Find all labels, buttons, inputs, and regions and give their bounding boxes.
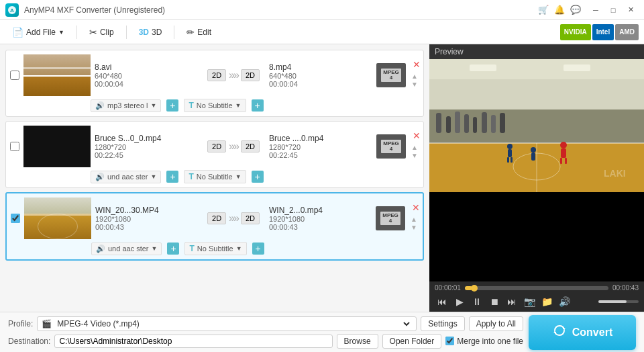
open-folder-dest-button[interactable]: Open Folder: [382, 334, 442, 349]
apply-all-button[interactable]: Apply to All: [469, 316, 523, 331]
settings-button[interactable]: Settings: [421, 316, 464, 331]
add-subtitle-button[interactable]: +: [252, 243, 264, 255]
svg-text:A: A: [10, 7, 14, 13]
file-checkbox[interactable]: [11, 214, 20, 223]
clip-label: Clip: [100, 28, 114, 37]
amd-button[interactable]: AMD: [615, 24, 639, 40]
output-2d-button[interactable]: 2D: [241, 140, 260, 152]
profile-select[interactable]: MPEG-4 Video (*.mp4): [54, 318, 412, 329]
arrow-icon: »»: [229, 140, 238, 152]
audio-icon: 🔊: [95, 101, 105, 110]
add-subtitle-button[interactable]: +: [252, 99, 264, 112]
output-name: 8.mp4: [269, 62, 372, 72]
file-info: Bruce S...0_0.mp4 1280*720 00:22:45: [95, 134, 198, 159]
skip-start-button[interactable]: ⏮: [435, 294, 449, 309]
clip-button[interactable]: ✂ Clip: [83, 24, 121, 40]
profile-format-icon: 🎬: [42, 319, 52, 328]
convert-label: Convert: [572, 326, 612, 339]
file-duration: 00:00:43: [95, 223, 198, 231]
chat-icon[interactable]: 💬: [569, 3, 582, 17]
input-2d-button[interactable]: 2D: [207, 212, 226, 224]
cart-icon[interactable]: 🛒: [537, 3, 550, 17]
add-audio-button[interactable]: +: [166, 99, 178, 112]
play-button[interactable]: ▶: [452, 294, 467, 309]
titlebar-icons: 🛒 🔔 💬: [537, 3, 582, 17]
3d-button[interactable]: 3D 3D: [132, 25, 169, 40]
svg-marker-31: [553, 332, 556, 335]
svg-rect-3: [429, 59, 644, 79]
file-info: WIN_20...30.MP4 1920*1080 00:00:43: [95, 206, 198, 231]
app-logo: A: [5, 3, 19, 17]
file-thumbnail: [24, 197, 91, 239]
move-down-button[interactable]: ▼: [410, 152, 419, 160]
add-file-button[interactable]: 📄 Add File ▼: [5, 24, 71, 40]
move-up-button[interactable]: ▲: [410, 73, 419, 81]
maximize-button[interactable]: □: [605, 3, 621, 17]
screenshot-button[interactable]: 📷: [522, 294, 537, 309]
codec-button[interactable]: MPEG4: [376, 206, 405, 230]
bell-icon[interactable]: 🔔: [553, 3, 566, 17]
intel-button[interactable]: Intel: [592, 24, 614, 40]
output-name: WIN_2...0.mp4: [269, 206, 372, 215]
pause-button[interactable]: ⏸: [470, 294, 484, 309]
destination-input[interactable]: [54, 335, 332, 348]
add-audio-button[interactable]: +: [166, 171, 178, 183]
codec-button[interactable]: MPEG4: [376, 134, 406, 159]
edit-button[interactable]: ✏ Edit: [180, 24, 218, 40]
browse-button[interactable]: Browse: [337, 334, 378, 349]
minimize-button[interactable]: ─: [588, 3, 604, 17]
output-resolution: 1280*720: [269, 143, 372, 151]
remove-file-button[interactable]: ✕: [413, 59, 421, 70]
move-down-button[interactable]: ▼: [410, 81, 419, 89]
nvidia-button[interactable]: NVIDIA: [560, 24, 591, 40]
toolbar: 📄 Add File ▼ ✂ Clip 3D 3D ✏ Edit NVIDIA …: [0, 20, 644, 44]
clip-icon: ✂: [89, 27, 97, 38]
profile-row: Profile: 🎬 MPEG-4 Video (*.mp4) Settings…: [8, 316, 523, 331]
output-2d-button[interactable]: 2D: [241, 212, 260, 224]
convert-button[interactable]: Convert: [529, 315, 636, 350]
input-2d-button[interactable]: 2D: [207, 140, 226, 152]
output-2d-button[interactable]: 2D: [241, 69, 260, 81]
volume-icon[interactable]: 🔊: [557, 294, 572, 309]
gpu-buttons: NVIDIA Intel AMD: [560, 24, 639, 40]
add-file-dropdown-icon: ▼: [58, 29, 64, 36]
volume-slider[interactable]: [598, 300, 639, 303]
file-actions: ✕ ▲ ▼: [410, 133, 419, 160]
file-item: WIN_20...30.MP4 1920*1080 00:00:43 2D »»…: [5, 192, 424, 261]
move-down-button[interactable]: ▼: [409, 224, 419, 232]
file-checkbox[interactable]: [10, 142, 19, 151]
codec-button[interactable]: MPEG4: [376, 63, 406, 87]
skip-end-button[interactable]: ⏭: [504, 294, 519, 309]
subtitle-info: T No Subtitle ▼: [184, 242, 246, 255]
add-audio-button[interactable]: +: [167, 243, 179, 255]
svg-rect-9: [455, 112, 460, 133]
input-2d-button[interactable]: 2D: [207, 69, 226, 81]
3d-label: 3D: [152, 28, 162, 37]
remove-file-button[interactable]: ✕: [413, 130, 421, 141]
add-file-icon: 📄: [12, 27, 23, 38]
add-subtitle-button[interactable]: +: [252, 171, 264, 183]
output-resolution: 1920*1080: [269, 215, 372, 223]
stop-button[interactable]: ⏹: [487, 294, 502, 309]
svg-point-19: [507, 144, 513, 149]
merge-label: Merge into one file: [445, 337, 523, 346]
svg-rect-7: [436, 113, 441, 133]
open-folder-button[interactable]: 📁: [539, 294, 554, 309]
file-checkbox[interactable]: [10, 71, 19, 80]
subtitle-dropdown-icon: ▼: [235, 173, 241, 180]
svg-rect-25: [560, 158, 562, 164]
close-button[interactable]: ✕: [623, 3, 639, 17]
arrow-icon: »»: [229, 69, 238, 81]
progress-thumb: [471, 285, 478, 292]
separator-3: [174, 26, 174, 39]
move-up-button[interactable]: ▲: [410, 144, 419, 152]
separator-2: [126, 26, 127, 39]
file-info: 8.avi 640*480 00:00:04: [95, 62, 198, 88]
move-up-button[interactable]: ▲: [409, 216, 419, 224]
output-resolution: 640*480: [269, 72, 372, 80]
subtitle-info: T No Subtitle ▼: [184, 99, 246, 112]
progress-track[interactable]: [465, 286, 608, 290]
audio-label: und aac ster: [107, 173, 148, 181]
merge-checkbox[interactable]: [445, 337, 454, 345]
remove-file-button[interactable]: ✕: [412, 202, 420, 213]
